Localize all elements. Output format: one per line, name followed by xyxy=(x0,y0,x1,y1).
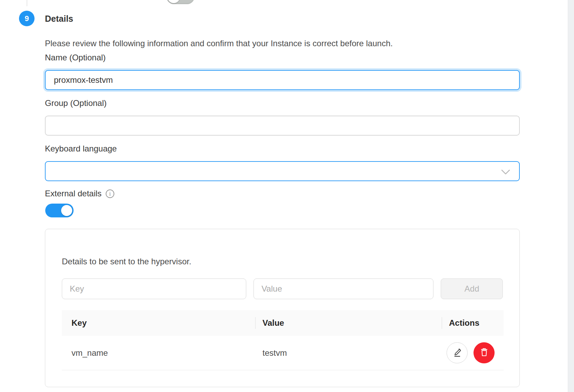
header-value: Value xyxy=(255,318,442,328)
external-details-label: External details i xyxy=(45,189,114,198)
row-value-cell: testvm xyxy=(255,348,442,358)
header-divider xyxy=(255,317,256,329)
page-gutter xyxy=(568,0,574,392)
table-row: vm_name testvm xyxy=(62,336,504,370)
header-key: Key xyxy=(62,318,255,328)
delete-button[interactable] xyxy=(473,342,495,363)
keyboard-language-select[interactable] xyxy=(45,161,520,181)
header-actions: Actions xyxy=(442,318,504,328)
stepper-connector-line xyxy=(27,0,27,6)
name-input[interactable] xyxy=(45,70,520,90)
add-button[interactable]: Add xyxy=(441,278,503,299)
toggle-knob xyxy=(61,205,72,216)
chevron-down-icon xyxy=(500,168,511,177)
details-table: Key Value Actions vm_name testvm xyxy=(62,310,504,370)
name-label: Name (Optional) xyxy=(45,53,106,62)
group-label: Group (Optional) xyxy=(45,98,107,108)
key-value-entry-row: Add xyxy=(62,278,503,299)
step-title: Details xyxy=(45,14,73,24)
external-details-toggle[interactable] xyxy=(45,204,74,217)
external-details-label-text: External details xyxy=(45,189,102,198)
header-divider xyxy=(442,317,442,329)
step-number-badge: 9 xyxy=(19,11,35,26)
table-header-row: Key Value Actions xyxy=(62,310,504,336)
keyboard-language-label: Keyboard language xyxy=(45,144,117,154)
hypervisor-details-panel: Details to be sent to the hypervisor. Ad… xyxy=(45,229,520,387)
group-input[interactable] xyxy=(45,116,520,136)
intro-text: Please review the following information … xyxy=(45,39,393,48)
info-icon[interactable]: i xyxy=(106,189,114,198)
previous-step-toggle[interactable] xyxy=(166,0,194,4)
trash-icon xyxy=(479,347,489,358)
row-key-cell: vm_name xyxy=(62,348,255,358)
edit-button[interactable] xyxy=(447,342,468,363)
toggle-knob xyxy=(168,0,180,3)
step-number: 9 xyxy=(25,14,29,23)
pencil-icon xyxy=(452,347,462,358)
row-actions-cell xyxy=(442,342,495,363)
panel-description: Details to be sent to the hypervisor. xyxy=(62,257,503,266)
key-input[interactable] xyxy=(62,278,246,299)
value-input[interactable] xyxy=(253,278,433,299)
